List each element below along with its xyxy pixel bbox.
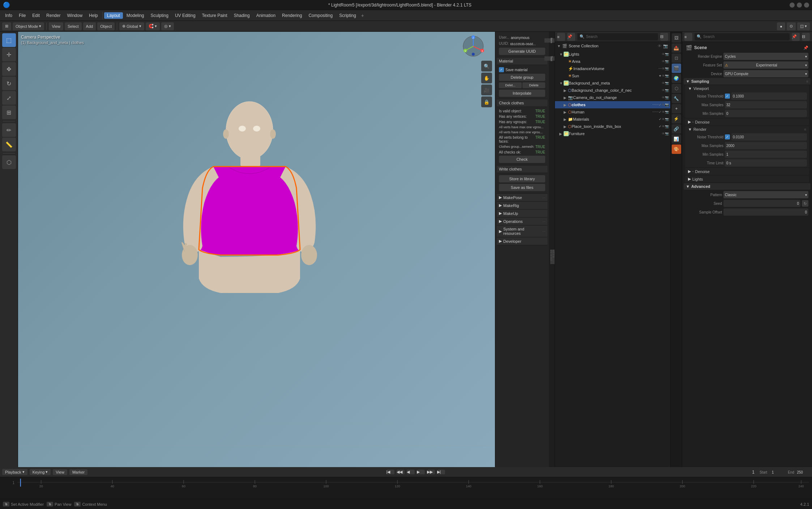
denoise-header-1[interactable]: ▶ ▪ Denoise bbox=[685, 118, 809, 125]
delete-group-button[interactable]: Delete group bbox=[499, 74, 545, 81]
viewport-minsamples-value[interactable]: 0 bbox=[725, 110, 807, 117]
area-eye[interactable]: 👁 bbox=[662, 60, 665, 63]
render-maxsamples-value[interactable]: 2000 bbox=[725, 142, 807, 149]
delete-button[interactable]: Delete bbox=[522, 82, 545, 88]
place-toon-eye[interactable]: 👁 bbox=[662, 125, 665, 128]
tool-annotate[interactable]: ✏ bbox=[2, 123, 16, 137]
prop-modifier-icon[interactable]: 🔧 bbox=[672, 94, 681, 103]
sun-camera[interactable]: 📷 bbox=[665, 74, 669, 78]
area-light-row[interactable]: ☀ Area 👁 📷 bbox=[555, 58, 670, 65]
sampling-header[interactable]: ▼ Sampling ≡ bbox=[684, 78, 811, 85]
marker-menu[interactable]: Marker bbox=[69, 469, 87, 475]
jump-start-button[interactable]: |◀ bbox=[386, 470, 394, 474]
place-toon-camera[interactable]: 📷 bbox=[665, 125, 669, 128]
properties-search[interactable]: 🔍 Search bbox=[695, 33, 790, 40]
menu-file[interactable]: File bbox=[16, 12, 29, 19]
tool-transform[interactable]: ⊞ bbox=[2, 105, 16, 119]
tab-tool[interactable]: Tool bbox=[544, 56, 555, 61]
render-sampling-menu[interactable]: ≡ bbox=[804, 128, 806, 131]
pan-viewport-button[interactable]: ✋ bbox=[481, 73, 492, 83]
tab-item[interactable]: Item bbox=[544, 38, 555, 43]
generate-uuid-button[interactable]: Generate UUID bbox=[499, 48, 545, 55]
irradiance-camera[interactable]: 📷 bbox=[665, 67, 669, 70]
denoise-header-2[interactable]: ▶ ▪ Denoise bbox=[685, 168, 809, 175]
bg-color-camera[interactable]: 📷 bbox=[665, 89, 669, 92]
jump-end-button[interactable]: ▶| bbox=[437, 470, 445, 474]
scene-pin-button[interactable]: 📌 bbox=[803, 46, 808, 50]
workspace-texture-paint[interactable]: Texture Paint bbox=[199, 12, 230, 19]
workspace-sculpting[interactable]: Sculpting bbox=[148, 12, 171, 19]
prop-render-icon[interactable]: 🖼 bbox=[672, 33, 681, 43]
furniture-camera[interactable]: 📷 bbox=[665, 132, 669, 135]
materials-eye[interactable]: 👁 bbox=[662, 117, 665, 121]
play-button[interactable]: ▶ bbox=[417, 470, 425, 474]
timeline-view-menu[interactable]: View bbox=[53, 469, 67, 475]
human-eye[interactable]: 👁 bbox=[662, 110, 665, 114]
delet-button[interactable]: Delet... bbox=[499, 82, 522, 88]
object-menu[interactable]: Object bbox=[97, 22, 115, 30]
outliner-search[interactable]: 🔍 Search bbox=[577, 33, 658, 40]
bg-meta-eye[interactable]: 👁 bbox=[662, 81, 665, 85]
close-button[interactable] bbox=[804, 3, 809, 8]
tool-scale[interactable]: ⤢ bbox=[2, 91, 16, 105]
seed-reset-button[interactable]: ↻ bbox=[802, 200, 808, 207]
store-library-button[interactable]: Store in library bbox=[499, 175, 545, 182]
place-toon-row[interactable]: ▶ ⬡ Place_toon_inside_this_box ✓ 👁 📷 bbox=[555, 123, 670, 130]
area-camera[interactable]: 📷 bbox=[665, 60, 669, 63]
makepose-section[interactable]: ▶ MakePose ··· bbox=[497, 194, 547, 202]
clothes-eye[interactable]: 👁 bbox=[662, 103, 665, 107]
materials-row[interactable]: ▶ 📁 Materials ✓ 👁 📷 bbox=[555, 116, 670, 123]
prop-output-icon[interactable]: 📤 bbox=[672, 43, 681, 53]
workspace-scripting[interactable]: Scripting bbox=[336, 12, 359, 19]
lights-prop-header[interactable]: ▶ Lights bbox=[685, 176, 809, 182]
playback-menu[interactable]: Playback ▾ bbox=[2, 469, 27, 475]
start-frame-input[interactable] bbox=[768, 470, 783, 474]
workspace-uv-editing[interactable]: UV Editing bbox=[172, 12, 198, 19]
properties-menu-icon[interactable]: ≡ bbox=[684, 33, 692, 41]
render-minsamples-value[interactable]: 1 bbox=[725, 151, 807, 158]
tool-rotate[interactable]: ↻ bbox=[2, 77, 16, 90]
lights-camera[interactable]: 📷 bbox=[665, 52, 669, 56]
workspace-shading[interactable]: Shading bbox=[231, 12, 253, 19]
makeup-section[interactable]: ▶ MakeUp bbox=[497, 210, 547, 217]
orbit-viewport-button[interactable]: 🎥 bbox=[481, 85, 492, 95]
prop-scene-icon[interactable]: 🎬 bbox=[672, 64, 681, 73]
timeline-ruler[interactable]: 20 40 60 80 100 120 140 160 180 200 bbox=[17, 477, 809, 488]
scene-collection-eye[interactable]: 👁 bbox=[658, 44, 662, 48]
maximize-button[interactable] bbox=[797, 3, 802, 8]
materials-camera[interactable]: 📷 bbox=[665, 117, 669, 121]
operations-section[interactable]: ▶ Operations ··· bbox=[497, 217, 547, 225]
workspace-rendering[interactable]: Rendering bbox=[279, 12, 305, 19]
sun-row[interactable]: ☀ Sun ✦ 👁 📷 bbox=[555, 72, 670, 79]
viewport-noise-checkbox[interactable]: ✓ bbox=[725, 94, 730, 99]
minimize-button[interactable] bbox=[790, 3, 795, 8]
render-engine-dropdown[interactable]: Cycles ▾ bbox=[723, 53, 808, 60]
viewport-sampling-header[interactable]: ▼ Viewport bbox=[685, 85, 809, 92]
pattern-dropdown[interactable]: Classic ▾ bbox=[723, 191, 808, 198]
prop-object-icon[interactable]: ⬡ bbox=[672, 84, 681, 93]
check-button[interactable]: Check bbox=[499, 156, 545, 163]
menu-info[interactable]: Info bbox=[2, 12, 15, 19]
step-back-button[interactable]: ◀◀ bbox=[397, 470, 405, 474]
menu-render[interactable]: Render bbox=[43, 12, 63, 19]
workspace-animation[interactable]: Animation bbox=[253, 12, 278, 19]
outliner-menu-icon[interactable]: ≡ bbox=[557, 33, 565, 41]
end-frame-input[interactable] bbox=[795, 470, 810, 474]
furniture-eye[interactable]: 👁 bbox=[662, 132, 665, 135]
viewport-shading-solid[interactable]: ● bbox=[777, 22, 785, 30]
window-controls[interactable] bbox=[790, 3, 809, 8]
prop-constraints-icon[interactable]: 🔗 bbox=[672, 124, 681, 134]
tool-cursor[interactable]: ✛ bbox=[2, 48, 16, 61]
prop-material-icon[interactable]: 🎨 bbox=[672, 144, 681, 154]
header-icon-button[interactable]: ⊞ bbox=[2, 22, 11, 30]
prop-physics-icon[interactable]: ⚡ bbox=[672, 114, 681, 124]
clothes-camera[interactable]: 📷 bbox=[665, 103, 669, 107]
viewport-overlays[interactable]: ◫ ▾ bbox=[797, 22, 810, 30]
makerig-section[interactable]: ▶ MakeRig bbox=[497, 202, 547, 210]
bg-color-eye[interactable]: 👁 bbox=[662, 89, 665, 92]
seed-value[interactable]: 0 bbox=[723, 200, 800, 207]
irradiance-eye[interactable]: 👁 bbox=[662, 67, 665, 70]
sun-eye[interactable]: 👁 bbox=[662, 74, 665, 78]
sample-offset-value[interactable]: 0 bbox=[723, 208, 808, 216]
lock-viewport-button[interactable]: 🔒 bbox=[481, 96, 492, 107]
